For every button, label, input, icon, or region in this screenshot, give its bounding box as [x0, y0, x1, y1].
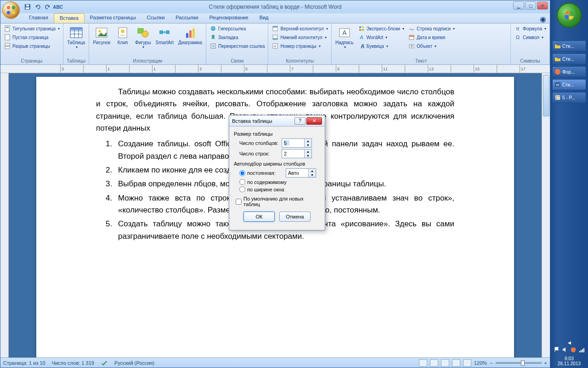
zoom-percent[interactable]: 120% [474, 360, 487, 366]
clipart-button[interactable]: Клип [113, 24, 132, 46]
clock[interactable]: 6:03 26.11.2013 [558, 356, 581, 366]
spin-up-icon[interactable]: ▲ [305, 150, 311, 154]
spin-down-icon[interactable]: ▼ [305, 154, 311, 158]
svg-point-60 [558, 98, 560, 99]
link-icon [209, 25, 217, 32]
svg-rect-62 [581, 350, 582, 352]
view-web[interactable] [441, 359, 449, 367]
flag-icon[interactable] [554, 346, 560, 353]
volume-icon[interactable] [562, 346, 568, 353]
picture-button[interactable]: Рисунок [91, 24, 112, 46]
zoom-out[interactable]: − [490, 360, 492, 366]
maximize-button[interactable]: ◻ [525, 1, 536, 10]
horizontal-ruler[interactable]: 311357911131517 [0, 65, 550, 73]
word-count[interactable]: Число слов: 1 319 [52, 360, 94, 366]
wordart-button[interactable]: AWordArt [356, 33, 406, 41]
close-button[interactable]: ✕ [537, 1, 548, 10]
signature-button[interactable]: Строка подписи [407, 24, 456, 33]
spell-icon[interactable] [101, 360, 108, 366]
bookmark-button[interactable]: Закладка [208, 33, 266, 41]
view-full-screen[interactable] [430, 359, 438, 367]
default-checkbox[interactable] [236, 199, 242, 205]
rows-input[interactable]: 2▲▼ [282, 149, 312, 158]
break-icon [4, 42, 11, 50]
dialog-help-button[interactable]: ? [294, 117, 305, 125]
table-button[interactable]: Таблица [65, 24, 87, 50]
crossref-button[interactable]: Перекрестная ссылка [208, 42, 266, 50]
cancel-button[interactable]: Отмена [279, 212, 311, 222]
vertical-scrollbar[interactable] [542, 73, 550, 357]
tab-insert[interactable]: Вставка [54, 13, 85, 23]
hyperlink-button[interactable]: Гиперссылка [208, 24, 266, 33]
fixed-width-input[interactable]: Авто▲▼ [286, 168, 316, 178]
ribbon-group-links: Гиперссылка Закладка Перекрестная ссылка… [206, 23, 268, 64]
help-icon[interactable]: ◉ [536, 13, 550, 23]
network-icon[interactable] [578, 346, 585, 353]
taskbar-item[interactable]: WСти... [552, 79, 586, 90]
dropcap-button[interactable]: AБуквица [356, 42, 406, 50]
symbol-button[interactable]: ΩСимвол [513, 33, 548, 41]
tray-expand-icon[interactable]: ◀ [568, 340, 571, 345]
taskbar-item[interactable]: Сти... [552, 40, 586, 52]
zoom-thumb[interactable] [521, 360, 525, 366]
shield-icon[interactable] [570, 346, 577, 353]
taskbar-item[interactable]: 5 - P... [552, 92, 586, 103]
chart-button[interactable]: Диаграмма [176, 24, 204, 46]
blank-page-button[interactable]: Пустая страница [2, 33, 61, 41]
cover-page-button[interactable]: Титульная страница [2, 24, 61, 33]
page-indicator[interactable]: Страница: 1 из 10 [3, 360, 45, 366]
tab-references[interactable]: Ссылки [141, 13, 170, 23]
spin-down-icon[interactable]: ▼ [305, 143, 311, 147]
tab-page-layout[interactable]: Разметка страницы [85, 13, 141, 23]
svg-point-53 [555, 69, 560, 75]
vertical-ruler[interactable] [0, 73, 9, 357]
tab-mailings[interactable]: Рассылки [170, 13, 204, 23]
autofit-fixed-radio[interactable] [239, 170, 245, 176]
start-button[interactable] [557, 3, 582, 28]
columns-input[interactable]: 5▲▼ [282, 138, 312, 148]
header-button[interactable]: Верхний колонтитул [270, 24, 329, 33]
office-button[interactable] [2, 1, 20, 19]
spin-up-icon[interactable]: ▲ [309, 169, 316, 173]
svg-text:A: A [359, 34, 363, 40]
tab-review[interactable]: Рецензирование [204, 13, 254, 23]
spin-up-icon[interactable]: ▲ [305, 139, 311, 143]
word-icon: W [554, 81, 561, 88]
equation-button[interactable]: πФормула [513, 24, 548, 33]
view-draft[interactable] [463, 359, 471, 367]
textbox-button[interactable]: AНадпись [334, 24, 356, 50]
minimize-button[interactable]: ▁ [513, 1, 524, 10]
taskbar-item[interactable]: Сти... [552, 53, 586, 64]
folder-icon [554, 43, 561, 49]
redo-icon[interactable] [44, 3, 52, 11]
object-button[interactable]: Объект [407, 42, 456, 50]
tab-view[interactable]: Вид [254, 13, 274, 23]
zoom-in[interactable]: + [544, 360, 547, 366]
browser-icon [554, 69, 561, 75]
autofit-window-radio[interactable] [239, 186, 245, 192]
footer-icon [271, 34, 279, 41]
ok-button[interactable]: ОК [243, 212, 275, 222]
dialog-titlebar[interactable]: Вставка таблицы ? ✕ [229, 115, 325, 126]
view-outline[interactable] [452, 359, 460, 367]
datetime-button[interactable]: Дата и время [407, 33, 456, 41]
page-number-button[interactable]: #Номер страницы [270, 42, 329, 50]
page-break-button[interactable]: Разрыв страницы [2, 42, 61, 50]
table-icon [69, 25, 84, 40]
zoom-slider[interactable] [496, 362, 542, 364]
taskbar-item[interactable]: Фор... [552, 66, 586, 77]
tab-home[interactable]: Главная [23, 13, 54, 23]
shapes-button[interactable]: Фигуры [133, 24, 153, 50]
quickparts-button[interactable]: Экспресс-блоки [356, 24, 406, 33]
footer-button[interactable]: Нижний колонтитул [270, 33, 329, 41]
view-print-layout[interactable] [419, 359, 427, 367]
spellcheck-icon[interactable]: ABC [54, 3, 62, 11]
dialog-close-button[interactable]: ✕ [306, 117, 322, 125]
language-indicator[interactable]: Русский (Россия) [114, 360, 154, 366]
save-icon[interactable] [23, 3, 32, 11]
spin-down-icon[interactable]: ▼ [309, 173, 316, 177]
smartart-button[interactable]: SmartArt [154, 24, 175, 46]
scrollbar-thumb[interactable] [543, 75, 549, 116]
autofit-contents-radio[interactable] [239, 179, 245, 185]
undo-icon[interactable] [34, 3, 42, 11]
